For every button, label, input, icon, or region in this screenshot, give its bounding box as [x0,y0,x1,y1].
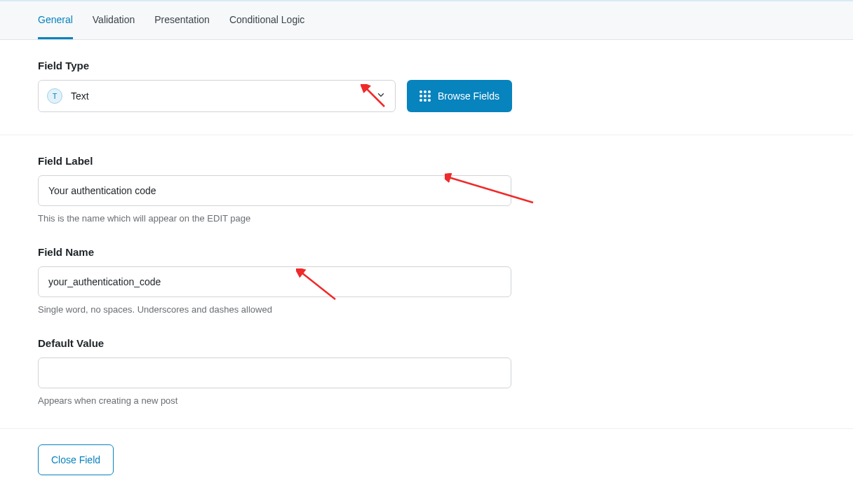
close-field-label: Close Field [51,454,100,465]
default-value-help: Appears when creating a new post [38,395,815,406]
browse-fields-label: Browse Fields [438,90,499,102]
field-type-value: Text [71,90,89,102]
default-value-block: Default Value Appears when creating a ne… [38,337,815,406]
field-label-help: This is the name which will appear on th… [38,213,815,224]
field-label-heading: Field Label [38,155,815,167]
tab-conditional-logic[interactable]: Conditional Logic [229,1,304,39]
tabs: General Validation Presentation Conditio… [0,1,853,40]
field-type-select[interactable]: T Text [38,80,396,112]
field-type-label: Field Type [38,60,815,71]
panel-field-type: Field Type T Text [0,40,853,135]
field-label-block: Field Label This is the name which will … [38,155,815,224]
field-type-select-wrap: T Text [38,80,396,112]
text-type-icon: T [47,88,62,104]
tab-validation-label: Validation [93,14,135,25]
tab-general-label: General [38,14,73,25]
field-name-help: Single word, no spaces. Underscores and … [38,304,815,315]
tab-validation[interactable]: Validation [93,1,135,39]
close-field-button[interactable]: Close Field [38,444,114,475]
chevron-down-icon [376,90,386,102]
panel-main: Field Label This is the name which will … [0,135,853,429]
field-label-input[interactable] [38,175,511,206]
footer: Close Field [0,429,853,491]
browse-fields-button[interactable]: Browse Fields [407,80,512,112]
tab-presentation[interactable]: Presentation [154,1,210,39]
field-name-input[interactable] [38,266,511,297]
default-value-heading: Default Value [38,337,815,349]
tab-presentation-label: Presentation [154,14,210,25]
field-type-block: Field Type T Text [38,60,815,112]
field-name-block: Field Name Single word, no spaces. Under… [38,246,815,315]
tab-general[interactable]: General [38,1,73,39]
grid-icon [419,90,431,102]
field-name-heading: Field Name [38,246,815,258]
tab-conditional-logic-label: Conditional Logic [229,14,304,25]
default-value-input[interactable] [38,357,511,388]
